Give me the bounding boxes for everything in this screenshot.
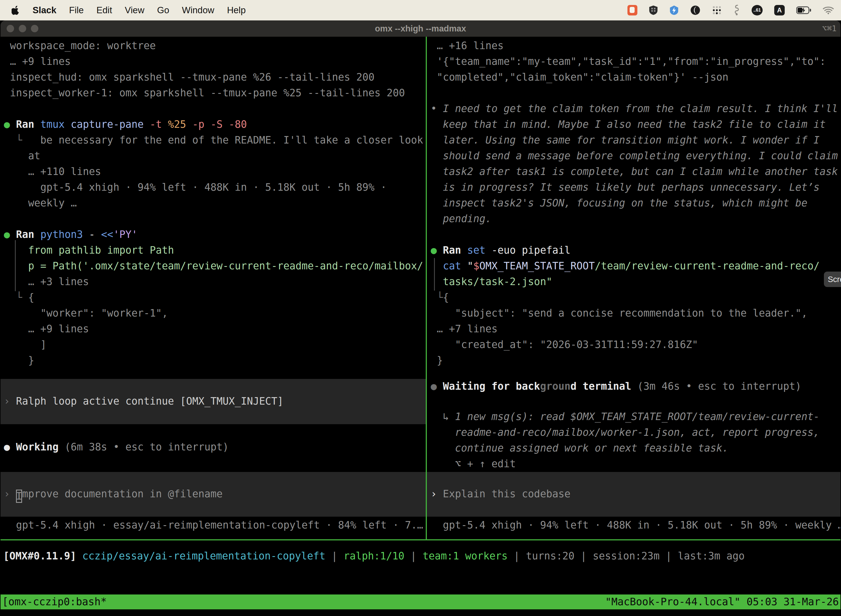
crescent-icon[interactable] — [690, 5, 700, 15]
omx-path: cczip/essay/ai-reimplementation-copyleft — [82, 550, 325, 562]
battery-icon[interactable] — [796, 6, 811, 14]
menu-item-help[interactable]: Help — [227, 5, 246, 15]
corner-glyph: └ — [16, 289, 28, 305]
command-output: gpt-5.4 xhigh · 94% left · 488K in · 5.1… — [4, 179, 426, 195]
omx-version: [OMX#0.11.9] — [3, 550, 76, 562]
thinking-text: keep that in mind. Maybe I also need the… — [431, 116, 841, 132]
ralph-loop-line: ›Ralph loop active continue [OMX_TMUX_IN… — [0, 379, 426, 409]
omx-team: team:1 workers — [423, 550, 508, 562]
ralph-loop-banner: ›Ralph loop active continue [OMX_TMUX_IN… — [0, 379, 426, 424]
ran-python-command: ●Ranpython3-<<'PY' — [4, 227, 426, 242]
window-title: omx --xhigh --madmax — [0, 21, 841, 37]
menu-app-name[interactable]: Slack — [32, 5, 56, 15]
screenshot-tooltip: Scre — [824, 271, 841, 287]
session-status-left: gpt-5.4 xhigh · essay/ai-reimplementatio… — [0, 517, 426, 533]
chat-app-icon[interactable] — [627, 5, 637, 15]
pane-bottom-border — [0, 539, 841, 540]
ran-set-command: ●Ranset-euo pipefail — [431, 242, 841, 258]
menu-item-edit[interactable]: Edit — [96, 5, 112, 15]
prompt-chevron: › — [431, 486, 443, 502]
collapsed-lines: … +9 lines — [4, 54, 426, 69]
menu-bar: Slack File Edit View Go Window Help ..61… — [0, 0, 841, 21]
terminal-content: workspace_mode: worktree … +9 lines insp… — [0, 37, 841, 616]
omx-last: last:3m ago — [678, 550, 744, 562]
squiggle-hook-icon[interactable] — [733, 5, 740, 16]
thinking-text: should send a message before completing … — [431, 148, 841, 164]
command-output: at — [4, 148, 426, 164]
pane-left: workspace_mode: worktree … +9 lines insp… — [0, 37, 426, 539]
menu-item-view[interactable]: View — [125, 5, 144, 15]
tmux-host-clock: "MacBook-Pro-44.local" 05:03 31-Mar-26 — [605, 594, 839, 609]
prompt-input-line[interactable]: ›Explain this codebase — [427, 472, 841, 502]
blue-lightning-icon[interactable] — [670, 5, 679, 15]
bullet-icon: ● — [4, 439, 16, 455]
json-output: "worker": "worker-1", — [4, 305, 426, 321]
omx-status-bar: [OMX#0.11.9]cczip/essay/ai-reimplementat… — [3, 548, 745, 564]
json-output: └{ — [431, 289, 841, 305]
python-code: from pathlib import Path — [4, 242, 426, 258]
collapsed-lines: … +9 lines — [4, 321, 426, 337]
bullet-icon: ● — [431, 378, 443, 394]
timer-badge-icon[interactable]: ..61 — [752, 5, 763, 15]
return-arrow-icon: ↳ — [443, 409, 455, 424]
ran-tmux-command: ●Rantmuxcapture-pane-t%25-p -S -80 — [4, 116, 426, 132]
corner-glyph: └ — [437, 289, 443, 305]
session-status-right: gpt-5.4 xhigh · 94% left · 488K in · 5.1… — [427, 517, 841, 533]
command-output: "completed","claim_token":"claim-token"}… — [431, 69, 841, 85]
input-placeholder: Explain this codebase — [443, 488, 570, 500]
edit-hint: ⌥ + ↑ edit — [427, 456, 841, 472]
corner-glyph: └ — [16, 132, 40, 148]
thinking-text: later. Using the same for transition mig… — [431, 132, 841, 148]
cat-command: tasks/task-2.json" — [431, 274, 841, 289]
json-output: └{ — [4, 289, 426, 305]
tmux-session-name: [omx-cczip0:bash* — [2, 594, 107, 609]
thinking-text: is in progress? It seems likely but perh… — [431, 179, 841, 195]
keyboard-shield-icon[interactable] — [649, 5, 658, 15]
menu-item-go[interactable]: Go — [157, 5, 169, 15]
dots-grid-icon[interactable] — [712, 5, 722, 15]
pane-right: … +16 lines '{"team_name":"my-team","tas… — [427, 37, 841, 539]
tmux-status-bar: [omx-cczip0:bash* "MacBook-Pro-44.local"… — [0, 594, 841, 609]
collapsed-lines: … +110 lines — [4, 164, 426, 179]
wifi-icon[interactable] — [823, 6, 834, 14]
prompt-input-right[interactable]: ›Explain this codebase — [427, 472, 841, 517]
terminal-window: omx --xhigh --madmax ⌥⌘1 workspace_mode:… — [0, 21, 841, 616]
bullet-icon: • — [431, 101, 443, 116]
code-block-guide-line — [434, 258, 435, 290]
collapsed-lines: … +3 lines — [4, 274, 426, 289]
json-output: "subject": "send a concise recommendatio… — [431, 305, 841, 321]
config-line: inspect_worker-1: omx sparkshell --tmux-… — [4, 85, 426, 101]
json-output: } — [431, 352, 841, 368]
input-source-icon[interactable]: A — [774, 5, 785, 15]
thinking-text: inspect task2's JSON, focusing on the st… — [431, 195, 841, 211]
menu-item-file[interactable]: File — [69, 5, 84, 15]
python-code: p = Path('.omx/state/team/review-current… — [4, 258, 426, 274]
thinking-text: •I need to get the claim token from the … — [431, 101, 841, 116]
thinking-text: pending. — [431, 211, 841, 227]
code-block-guide-line — [15, 240, 16, 291]
bullet-icon: ● — [431, 242, 443, 258]
command-output: weekly … — [4, 195, 426, 211]
bullet-icon: ● — [4, 227, 16, 242]
input-placeholder: mprove documentation in @filename — [22, 488, 223, 500]
menu-item-window[interactable]: Window — [182, 5, 214, 15]
text-cursor: I — [16, 490, 22, 503]
mailbox-message: readme-and-reco/mailbox/worker-1.json, a… — [427, 424, 841, 440]
command-output: '{"team_name":"my-team","task_id":"1","f… — [431, 54, 841, 69]
cat-command: cat"$OMX_TEAM_STATE_ROOT/team/review-cur… — [431, 258, 841, 274]
config-line: inspect_hud: omx sparkshell --tmux-pane … — [4, 69, 426, 85]
apple-icon[interactable] — [12, 5, 20, 15]
mailbox-message: ↳1 new msg(s): read $OMX_TEAM_STATE_ROOT… — [427, 409, 841, 424]
thinking-text: task2 after task1 is complete, but can I… — [431, 164, 841, 179]
json-output: "created_at": "2026-03-31T11:59:27.816Z" — [431, 337, 841, 352]
mailbox-message: continue assigned work or next feasible … — [427, 440, 841, 456]
config-line: workspace_mode: worktree — [4, 38, 426, 54]
collapsed-lines: … +7 lines — [431, 321, 841, 337]
title-bar: omx --xhigh --madmax ⌥⌘1 — [0, 21, 841, 37]
command-output: └be necessary for the end of the README.… — [4, 132, 426, 148]
json-output: ] — [4, 337, 426, 352]
prompt-input-line[interactable]: ›Improve documentation in @filename — [0, 472, 426, 502]
prompt-input-left[interactable]: ›Improve documentation in @filename — [0, 472, 426, 517]
waiting-status: ●Waiting for background terminal(3m 46s … — [427, 378, 841, 394]
prompt-chevron: › — [4, 393, 16, 409]
